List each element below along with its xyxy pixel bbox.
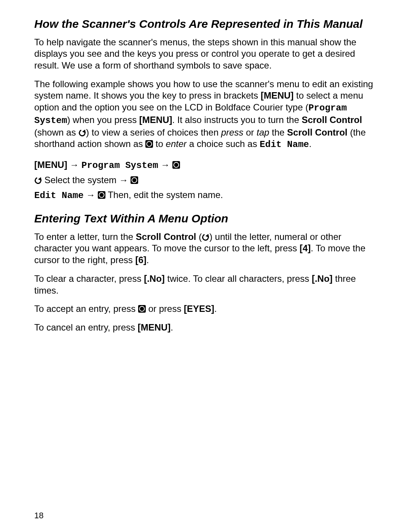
scroll-control-label: Scroll Control — [302, 115, 362, 125]
scroll-icon — [34, 177, 42, 184]
text: . It also instructs you to turn the — [172, 115, 302, 125]
text: . — [309, 139, 312, 149]
text: ( — [196, 232, 202, 242]
scroll-icon — [78, 129, 86, 137]
text: Then, edit the system name. — [105, 190, 223, 200]
lcd-text-edit-name: Edit Name — [260, 139, 309, 150]
text: . — [170, 322, 173, 332]
tap-word: tap — [256, 127, 269, 137]
key-no: [.No] — [144, 273, 165, 284]
key-6: [6] — [135, 255, 146, 265]
lcd-text-program-system: Program System — [81, 160, 158, 171]
menu-key: [MENU] — [138, 322, 171, 332]
arrow-icon: → — [84, 190, 98, 200]
text: twice. To clear all characters, press — [165, 273, 312, 284]
step-line-3: Edit Name → Then, edit the system name. — [34, 188, 377, 203]
text: . — [214, 304, 217, 314]
menu-key: [MENU] — [34, 160, 67, 170]
text: To accept an entry, press — [34, 304, 138, 314]
text: To enter a letter, turn the — [34, 232, 136, 242]
entering-text-para-4: To cancel an entry, press [MENU]. — [34, 322, 377, 334]
menu-key: [MENU] — [261, 90, 294, 101]
enter-word: enter — [166, 139, 187, 149]
scroll-icon — [202, 233, 209, 241]
push-icon — [138, 305, 146, 313]
press-word: press — [221, 127, 244, 137]
lcd-text-edit-name: Edit Name — [34, 190, 84, 201]
text: To cancel an entry, press — [34, 322, 138, 332]
text: or — [244, 127, 257, 137]
text: a choice such as — [186, 139, 260, 149]
arrow-icon: → — [67, 160, 81, 170]
entering-text-para-1: To enter a letter, turn the Scroll Contr… — [34, 231, 377, 266]
intro-paragraph-1: To help navigate the scanner's menus, th… — [34, 37, 377, 72]
text: (shown as — [34, 127, 78, 137]
intro-paragraph-2: The following example shows you how to u… — [34, 78, 377, 151]
key-no: [.No] — [312, 273, 333, 284]
page-number: 18 — [34, 511, 43, 521]
push-icon — [172, 161, 180, 169]
section-heading-controls: How the Scanner's Controls Are Represent… — [34, 17, 377, 31]
text: ) when you press — [67, 115, 139, 125]
step-line-2: Select the system → — [34, 173, 377, 187]
push-icon — [98, 191, 105, 199]
menu-key: [MENU] — [139, 115, 172, 125]
scroll-control-label: Scroll Control — [136, 232, 196, 242]
push-icon — [131, 176, 138, 184]
text: ) to view a series of choices then — [86, 127, 221, 137]
text: Select the system — [42, 175, 119, 185]
arrow-icon: → — [158, 160, 172, 170]
text: . — [147, 255, 149, 265]
arrow-icon: → — [119, 175, 131, 185]
push-icon — [145, 140, 153, 148]
key-eyes: [EYES] — [184, 304, 214, 314]
entering-text-para-2: To clear a character, press [.No] twice.… — [34, 273, 377, 296]
text: to — [153, 139, 166, 149]
text: or press — [146, 304, 184, 314]
section-heading-entering-text: Entering Text Within A Menu Option — [34, 211, 377, 226]
step-line-1: [MENU] → Program System → — [34, 158, 377, 173]
menu-steps: [MENU] → Program System → Select the sys… — [34, 158, 377, 203]
scroll-control-label: Scroll Control — [287, 127, 347, 137]
text: the — [269, 127, 287, 137]
entering-text-para-3: To accept an entry, press or press [EYES… — [34, 303, 377, 315]
manual-page: How the Scanner's Controls Are Represent… — [0, 0, 411, 532]
key-4: [4] — [299, 243, 311, 253]
text: To clear a character, press — [34, 273, 144, 284]
